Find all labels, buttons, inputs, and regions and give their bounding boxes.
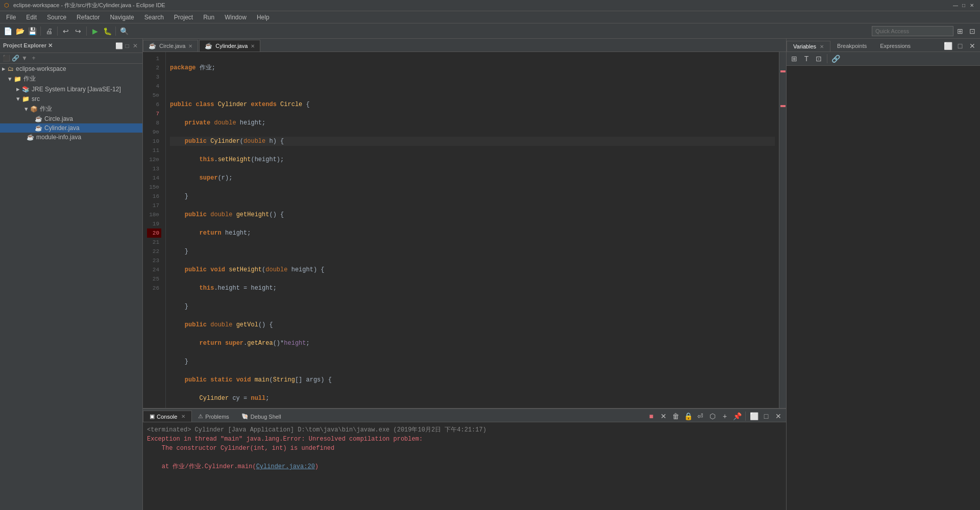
right-close-button[interactable]: ✕ [967, 40, 978, 52]
show-type-names-button[interactable]: T [801, 53, 812, 64]
menu-run[interactable]: Run [199, 13, 218, 22]
line-num-11: 11 [147, 146, 161, 155]
project-icon: 📁 [14, 75, 21, 83]
line-num-7: 7 [147, 109, 161, 118]
code-line-14: } [170, 302, 775, 311]
sidebar-minimize-icon[interactable]: ⬜ [115, 42, 123, 50]
tree-item-cylinder-java[interactable]: ☕ Cylinder.java [0, 123, 142, 133]
maximize-button[interactable]: □ [960, 2, 968, 10]
line-num-17: 17 [147, 201, 161, 210]
explorer-toolbar: ⬛ 🔗 ▼ + [0, 53, 142, 64]
tab-cylinder-java[interactable]: ☕ Cylinder.java ✕ [199, 40, 260, 52]
clear-console-button[interactable]: 🗑 [670, 411, 681, 422]
menu-file[interactable]: File [2, 13, 20, 22]
link-editor-var-button[interactable]: 🔗 [830, 53, 841, 64]
tree-item-jre[interactable]: ▸ 📚 JRE System Library [JavaSE-12] [0, 84, 142, 94]
code-editor[interactable]: 1 2 3 4 5⊖ 6 7 8 9⊖ 10 11 12⊖ 13 14 15⊖ … [143, 52, 786, 408]
code-line-11: } [170, 247, 775, 256]
redo-button[interactable]: ↪ [72, 26, 84, 37]
terminate-button[interactable]: ■ [646, 411, 657, 422]
editor-area: ☕ Circle.java ✕ ☕ Cylinder.java ✕ 1 2 3 … [143, 39, 786, 510]
console-error-line-1: Exception in thread "main" java.lang.Err… [147, 435, 782, 444]
search-button[interactable]: 🔍 [118, 26, 130, 37]
right-panel-tab-bar: Variables ✕ Breakpoints Expressions ⬜ □ … [787, 39, 980, 52]
tab-expressions[interactable]: Expressions [873, 40, 917, 52]
view-menu-icon[interactable]: ▼ [20, 54, 29, 62]
show-logical-struct-button[interactable]: ⊡ [813, 53, 824, 64]
menu-project[interactable]: Project [170, 13, 197, 22]
print-button[interactable]: 🖨 [43, 26, 55, 37]
open-console-button[interactable]: ⬡ [707, 411, 718, 422]
link-editor-icon[interactable]: 🔗 [11, 54, 19, 62]
cylinder-java-link[interactable]: Cylinder.java:20 [256, 463, 315, 470]
new-console-button[interactable]: + [719, 411, 730, 422]
view-button[interactable]: ⊡ [967, 26, 978, 37]
debug-shell-icon: 🐚 [241, 413, 249, 420]
menu-refactor[interactable]: Refactor [72, 13, 104, 22]
tab-debug-shell[interactable]: 🐚 Debug Shell [235, 411, 287, 422]
line-num-25: 25 [147, 274, 161, 284]
console-minimize-button[interactable]: ⬜ [748, 411, 760, 422]
title-bar: ⬡ eclipse-workspace - 作业/src/作业/Cylinder… [0, 0, 980, 11]
project-label: 作业 [23, 74, 36, 83]
code-text[interactable]: package 作业; public class Cylinder extend… [166, 52, 779, 408]
tree-item-src[interactable]: ▾ 📁 src [0, 94, 142, 104]
code-line-8: } [170, 192, 775, 201]
line-num-23: 23 [147, 256, 161, 265]
tree-item-module-info[interactable]: ☕ module-info.java [0, 133, 142, 142]
console-tab-close[interactable]: ✕ [181, 414, 185, 419]
ruler-error-2 [780, 105, 786, 107]
undo-button[interactable]: ↩ [60, 26, 71, 37]
tab-problems[interactable]: ⚠ Problems [192, 411, 235, 422]
word-wrap-button[interactable]: ⏎ [695, 411, 706, 422]
file-tree: ▸ 🗂 eclipse-workspace ▾ 📁 作业 ▸ 📚 JRE Sys… [0, 64, 142, 510]
console-maximize-button[interactable]: □ [761, 411, 772, 422]
menu-navigate[interactable]: Navigate [106, 13, 138, 22]
new-item-icon[interactable]: + [30, 54, 38, 62]
console-close-button[interactable]: ✕ [773, 411, 784, 422]
sidebar-close-icon[interactable]: ✕ [131, 42, 139, 50]
right-minimize-button[interactable]: ⬜ [942, 40, 953, 52]
save-button[interactable]: 💾 [27, 26, 38, 37]
tree-item-circle-java[interactable]: ☕ Circle.java [0, 114, 142, 123]
perspective-button[interactable]: ⊞ [954, 26, 966, 37]
vars-sep [827, 54, 827, 63]
toolbar-separator-2 [57, 27, 58, 36]
run-button[interactable]: ▶ [89, 26, 101, 37]
tab-breakpoints[interactable]: Breakpoints [830, 40, 873, 52]
line-num-3: 3 [147, 72, 161, 82]
code-line-10: return height; [170, 228, 775, 238]
app-icon: ⬡ [4, 2, 9, 9]
tree-item-package[interactable]: ▾ 📦 作业 [0, 104, 142, 114]
new-button[interactable]: 📄 [2, 26, 13, 37]
scroll-lock-button[interactable]: 🔒 [682, 411, 694, 422]
menu-edit[interactable]: Edit [22, 13, 41, 22]
menu-source[interactable]: Source [43, 13, 70, 22]
code-line-4: private double height; [170, 118, 775, 128]
collapse-vars-button[interactable]: ⊞ [789, 53, 800, 64]
remove-launches-button[interactable]: ✕ [658, 411, 669, 422]
menu-search[interactable]: Search [140, 13, 168, 22]
minimize-button[interactable]: — [951, 2, 960, 10]
tab-circle-java[interactable]: ☕ Circle.java ✕ [143, 40, 198, 52]
tree-item-project[interactable]: ▾ 📁 作业 [0, 73, 142, 84]
menu-help[interactable]: Help [253, 13, 274, 22]
src-label: src [32, 95, 40, 103]
cylinder-tab-close[interactable]: ✕ [251, 43, 255, 49]
tab-console[interactable]: ▣ Console ✕ [143, 411, 192, 422]
debug-button[interactable]: 🐛 [102, 26, 113, 37]
line-num-26: 26 [147, 284, 161, 293]
tree-item-workspace[interactable]: ▸ 🗂 eclipse-workspace [0, 64, 142, 73]
pin-console-button[interactable]: 📌 [731, 411, 743, 422]
console-error-line-2: The constructor Cylinder(int, int) is un… [147, 444, 782, 453]
tab-variables[interactable]: Variables ✕ [787, 41, 830, 52]
open-button[interactable]: 📂 [14, 26, 26, 37]
variables-tab-close[interactable]: ✕ [820, 44, 824, 49]
collapse-all-icon[interactable]: ⬛ [2, 54, 10, 62]
quick-access-input[interactable] [872, 26, 953, 36]
right-maximize-button[interactable]: □ [954, 40, 966, 52]
circle-tab-close[interactable]: ✕ [188, 43, 192, 49]
sidebar-maximize-icon[interactable]: □ [123, 42, 131, 50]
menu-window[interactable]: Window [220, 13, 251, 22]
close-button[interactable]: ✕ [968, 2, 976, 10]
